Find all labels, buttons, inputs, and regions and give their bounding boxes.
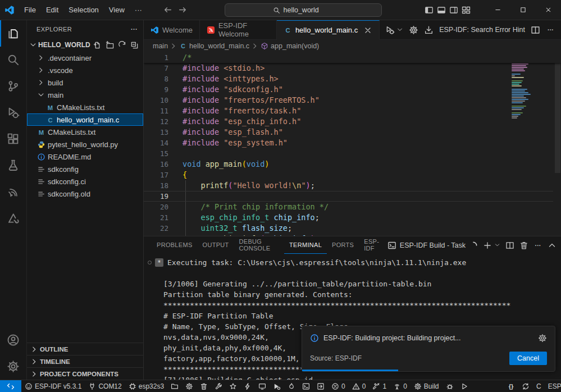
activity-explorer[interactable] xyxy=(0,20,26,47)
layout-sidebar-left-icon[interactable] xyxy=(425,6,434,15)
status-serial-port[interactable]: COM12 xyxy=(85,380,125,392)
tab-welcome[interactable]: Welcome xyxy=(144,20,200,39)
tree-item-sdkconfig-old[interactable]: sdkconfig.old xyxy=(27,188,143,200)
tree-item-pytest-hello-world-py[interactable]: pytest_hello_world.py xyxy=(27,138,143,151)
notification-settings-icon[interactable] xyxy=(538,334,547,343)
gear-icon[interactable] xyxy=(409,25,418,35)
status-cmake-build-variant[interactable]: Build xyxy=(411,380,443,392)
breadcrumb-item[interactable]: main xyxy=(153,42,168,50)
tree-item-hello-world-main-c[interactable]: Chello_world_main.c xyxy=(27,113,143,126)
refresh-icon[interactable] xyxy=(118,41,126,49)
status-device-target[interactable]: esp32s3 xyxy=(125,380,167,392)
tree-item-sdkconfig-ci[interactable]: sdkconfig.ci xyxy=(27,175,143,188)
search-input[interactable] xyxy=(284,6,334,14)
editor-scrollbar[interactable] xyxy=(554,52,561,236)
panel-tab-problems[interactable]: PROBLEMS xyxy=(152,236,198,254)
split-editor-icon[interactable] xyxy=(531,25,540,35)
close-button[interactable] xyxy=(536,0,561,20)
status-sync-status[interactable] xyxy=(518,380,533,392)
activity-esp-idf-explorer[interactable] xyxy=(0,205,26,231)
panel-tab-terminal[interactable]: TERMINAL xyxy=(284,236,327,254)
status-warnings[interactable]: 0 xyxy=(349,380,370,392)
collapse-all-icon[interactable] xyxy=(130,41,139,49)
minimap[interactable] xyxy=(509,53,542,236)
tree-item-cmakelists-txt[interactable]: MCMakeLists.txt xyxy=(27,126,143,138)
close-icon[interactable] xyxy=(363,26,372,35)
cancel-button[interactable]: Cancel xyxy=(509,352,547,365)
activity-settings[interactable] xyxy=(0,353,26,380)
activity-account[interactable] xyxy=(0,327,26,353)
activity-search[interactable] xyxy=(0,47,26,73)
new-terminal-icon[interactable] xyxy=(483,241,492,250)
maximize-button[interactable] xyxy=(510,0,536,20)
activity-source-control[interactable] xyxy=(0,73,26,99)
status-project-folder[interactable] xyxy=(167,380,182,392)
maximize-panel-icon[interactable] xyxy=(548,241,557,250)
status-idf-terminal[interactable] xyxy=(299,380,313,392)
kill-terminal-icon[interactable] xyxy=(519,241,528,250)
status-debug[interactable] xyxy=(270,380,284,392)
minimize-button[interactable] xyxy=(485,0,510,20)
status-cmake-launch[interactable] xyxy=(457,380,472,392)
panel-tab-ports[interactable]: PORTS xyxy=(327,236,359,254)
activity-espressif[interactable] xyxy=(0,179,26,205)
more-actions-icon[interactable]: ··· xyxy=(533,241,542,250)
status-esp-idf-status[interactable]: ESP-IDF xyxy=(545,380,561,392)
breadcrumb-item[interactable]: Chello_world_main.c xyxy=(179,42,249,50)
tab-esp-idf-welcome[interactable]: ESP-IDF Welcome xyxy=(200,20,277,39)
menu-file[interactable]: File xyxy=(19,3,41,17)
run-or-debug-icon[interactable] xyxy=(385,25,395,35)
chevron-down-icon[interactable] xyxy=(494,242,500,248)
section-outline[interactable]: OUTLINE xyxy=(27,343,143,355)
breadcrumb-item[interactable]: app_main(void) xyxy=(261,42,319,50)
tree-item-readme-md[interactable]: README.md xyxy=(27,151,143,163)
tree-item-build[interactable]: build xyxy=(27,76,143,89)
activity-run-debug[interactable] xyxy=(0,99,26,126)
section-timeline[interactable]: TIMELINE xyxy=(27,355,143,367)
status-forwarded-ports[interactable]: 0 xyxy=(390,380,411,392)
section-project-components[interactable]: PROJECT COMPONENTS xyxy=(27,367,143,380)
status-build-flash-monitor[interactable] xyxy=(284,380,299,392)
forward-arrow-icon[interactable] xyxy=(178,5,188,15)
status-language-mode[interactable]: C xyxy=(533,380,545,392)
activity-testing[interactable] xyxy=(0,152,26,179)
layout-sidebar-right-icon[interactable] xyxy=(449,6,458,15)
tree-item-main[interactable]: main xyxy=(27,89,143,101)
status-select-flash-method[interactable] xyxy=(226,380,240,392)
activity-extensions[interactable] xyxy=(0,126,26,152)
status-format-status[interactable]: {} xyxy=(504,380,518,392)
menu-more[interactable]: ··· xyxy=(130,3,147,17)
tree-item-cmakelists-txt[interactable]: MCMakeLists.txt xyxy=(27,101,143,113)
terminal-task-selector[interactable]: ESP-IDF Build - Task xyxy=(387,241,478,250)
status-cmake-debug[interactable] xyxy=(443,380,457,392)
status-monitor-device[interactable] xyxy=(255,380,270,392)
search-error-hint-button[interactable]: ESP-IDF: Search Error Hint xyxy=(439,26,525,34)
new-file-icon[interactable] xyxy=(93,41,102,49)
new-folder-icon[interactable] xyxy=(106,41,114,49)
layout-custom-icon[interactable] xyxy=(462,6,471,15)
more-actions-icon[interactable]: ··· xyxy=(546,25,555,35)
tree-item--devcontainer[interactable]: .devcontainer xyxy=(27,52,143,64)
status-execute-custom-task[interactable] xyxy=(313,380,328,392)
tree-item--vscode[interactable]: .vscode xyxy=(27,64,143,76)
tree-item-sdkconfig[interactable]: sdkconfig xyxy=(27,163,143,175)
status-remote-indicator[interactable] xyxy=(0,380,21,392)
menu-selection[interactable]: Selection xyxy=(63,3,103,17)
split-terminal-icon[interactable] xyxy=(505,241,514,250)
project-section-header[interactable]: HELLO_WORLD xyxy=(27,38,143,52)
tab-hello-world-main-c[interactable]: Chello_world_main.c xyxy=(277,20,380,40)
panel-tab-output[interactable]: OUTPUT xyxy=(198,236,234,254)
install-icon[interactable] xyxy=(424,25,434,35)
panel-tab-debug-console[interactable]: DEBUG CONSOLE xyxy=(234,236,284,254)
panel-tab-esp-idf[interactable]: ESP-IDF xyxy=(359,236,387,254)
status-errors[interactable]: 0 xyxy=(328,380,349,392)
command-center-search[interactable] xyxy=(225,3,382,17)
status-flash-device[interactable] xyxy=(240,380,255,392)
layout-panel-icon[interactable] xyxy=(437,6,446,15)
menu-edit[interactable]: Edit xyxy=(41,3,63,17)
back-arrow-icon[interactable] xyxy=(163,5,172,15)
status-full-clean[interactable] xyxy=(197,380,211,392)
status-sdk-configuration[interactable] xyxy=(182,380,197,392)
status-build-project[interactable] xyxy=(211,380,226,392)
sidebar-more-icon[interactable]: ··· xyxy=(130,25,139,34)
